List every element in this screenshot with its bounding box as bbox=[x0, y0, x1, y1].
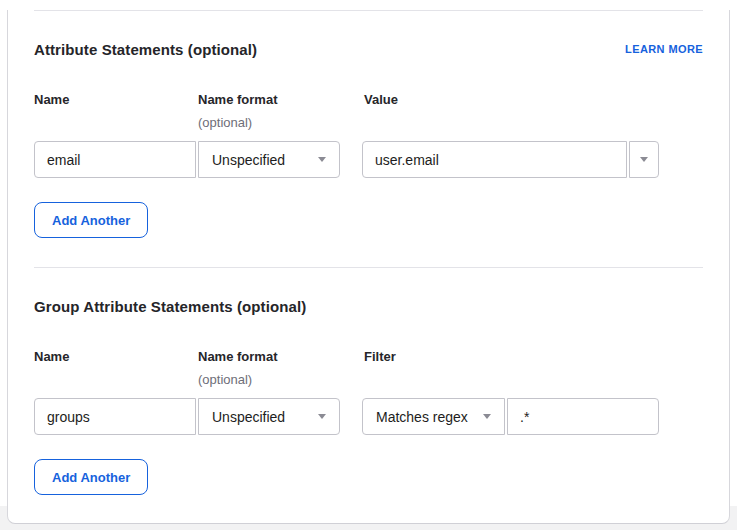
name-and-format-group: Unspecified bbox=[34, 398, 340, 435]
name-format-selected-value: Unspecified bbox=[212, 409, 285, 425]
value-combobox bbox=[362, 141, 659, 178]
column-label-name: Name bbox=[34, 349, 198, 364]
add-another-button[interactable]: Add Another bbox=[34, 202, 148, 238]
chevron-down-icon bbox=[318, 157, 326, 162]
attribute-name-input[interactable] bbox=[34, 141, 196, 178]
group-attribute-name-input[interactable] bbox=[34, 398, 196, 435]
column-label-value: Value bbox=[364, 92, 703, 107]
column-label-name-format: Name format bbox=[198, 349, 364, 364]
chevron-down-icon bbox=[318, 414, 326, 419]
column-label-name-format: Name format bbox=[198, 92, 364, 107]
filter-group: Matches regex bbox=[362, 398, 659, 435]
section-divider bbox=[34, 267, 703, 268]
learn-more-link[interactable]: LEARN MORE bbox=[625, 42, 703, 56]
saml-settings-card: Attribute Statements (optional) LEARN MO… bbox=[7, 10, 730, 524]
section-header: Group Attribute Statements (optional) bbox=[34, 299, 703, 315]
column-labels-row: Name Name format (optional) Value bbox=[34, 92, 703, 130]
column-label-filter: Filter bbox=[364, 349, 703, 364]
section-header: Attribute Statements (optional) LEARN MO… bbox=[34, 42, 703, 58]
attribute-row: Unspecified bbox=[34, 141, 703, 178]
filter-type-select[interactable]: Matches regex bbox=[362, 398, 505, 435]
column-label-optional-note: (optional) bbox=[198, 115, 364, 130]
filter-value-input[interactable] bbox=[507, 398, 659, 435]
add-another-button[interactable]: Add Another bbox=[34, 459, 148, 495]
column-labels-row: Name Name format (optional) Filter bbox=[34, 349, 703, 387]
top-divider bbox=[34, 10, 703, 11]
name-format-selected-value: Unspecified bbox=[212, 152, 285, 168]
chevron-down-icon bbox=[483, 414, 491, 419]
filter-type-selected-value: Matches regex bbox=[376, 409, 468, 425]
section-title: Group Attribute Statements (optional) bbox=[34, 299, 306, 315]
name-format-select[interactable]: Unspecified bbox=[198, 141, 340, 178]
value-dropdown-button[interactable] bbox=[629, 141, 659, 178]
column-label-optional-note: (optional) bbox=[198, 372, 364, 387]
group-attribute-statements-section: Group Attribute Statements (optional) Na… bbox=[34, 299, 703, 495]
column-label-name: Name bbox=[34, 92, 198, 107]
name-and-format-group: Unspecified bbox=[34, 141, 340, 178]
name-format-select[interactable]: Unspecified bbox=[198, 398, 340, 435]
section-title: Attribute Statements (optional) bbox=[34, 42, 257, 58]
chevron-down-icon bbox=[640, 157, 648, 162]
attribute-value-input[interactable] bbox=[362, 141, 627, 178]
attribute-statements-section: Attribute Statements (optional) LEARN MO… bbox=[34, 42, 703, 238]
group-attribute-row: Unspecified Matches regex bbox=[34, 398, 703, 435]
